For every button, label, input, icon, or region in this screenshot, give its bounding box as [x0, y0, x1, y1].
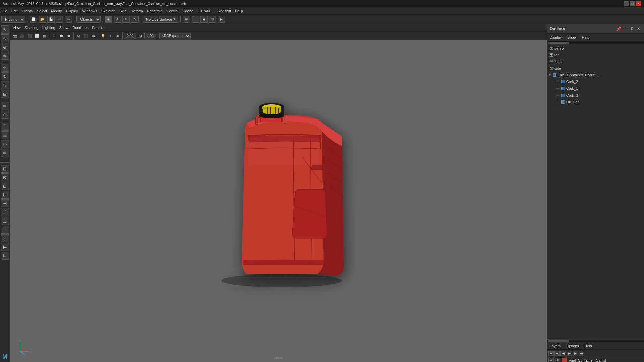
display-settings3-button[interactable]: ⊡	[1, 182, 9, 190]
viewport-canvas[interactable]: persp X Y Z	[10, 40, 547, 362]
select-mode-button[interactable]: ↖	[1, 25, 9, 34]
layers-nav-btn6[interactable]: ⏭	[579, 351, 584, 356]
layers-nav-btn4[interactable]: ▶	[567, 351, 572, 356]
sculpt-button[interactable]: ✏	[1, 102, 9, 110]
render-button[interactable]: ▶	[218, 16, 225, 23]
redo-button[interactable]: ↪	[65, 16, 72, 23]
outliner-item-cork2[interactable]: └─ Cork_2	[547, 78, 644, 85]
close-button[interactable]: ✕	[636, 1, 641, 6]
viewport-menu-view[interactable]: View	[13, 26, 21, 30]
snap-curve-button[interactable]: ⌒	[192, 16, 199, 23]
menu-file[interactable]: File	[1, 9, 7, 13]
menu-deform[interactable]: Deform	[131, 9, 143, 13]
vt-shadow[interactable]: ◑	[90, 33, 97, 39]
display-settings4-button[interactable]: ⊢	[1, 191, 9, 199]
vt-wireframe[interactable]: ⬡	[51, 33, 57, 39]
select-tool-button[interactable]: ◈	[105, 16, 112, 23]
outliner-menu-display[interactable]: Display	[550, 35, 562, 39]
save-scene-button[interactable]: 💾	[47, 16, 55, 23]
soft-mod-button[interactable]: ⊙	[1, 111, 9, 119]
vt-film[interactable]: ⬛	[26, 33, 33, 39]
vt-val2[interactable]: 1.00	[144, 33, 156, 39]
outliner-close-icon[interactable]: ✕	[636, 26, 641, 32]
maximize-button[interactable]: □	[630, 1, 635, 6]
outliner-content[interactable]: 📷 persp 📷 top 📷 front 📷 side ▼	[547, 44, 644, 339]
snap-view-button[interactable]: ⊟	[209, 16, 216, 23]
curve-cv-button[interactable]: ⌒	[1, 123, 9, 131]
paint-select-button[interactable]: ⊕	[1, 43, 9, 51]
display-settings-button[interactable]: ⊟	[1, 165, 9, 173]
display-settings6-button[interactable]: ⊤	[1, 208, 9, 216]
vt-lights[interactable]: 💡	[100, 33, 106, 39]
bezier-button[interactable]: ◌	[1, 140, 9, 148]
layer-p-button[interactable]: P	[555, 358, 560, 362]
menu-redshift[interactable]: Redshift	[218, 9, 231, 13]
menu-control[interactable]: Control	[167, 9, 178, 13]
vt-ssao[interactable]: ○	[107, 33, 114, 39]
menu-3dtoall[interactable]: 3DToAll…	[197, 9, 214, 13]
outliner-minimize-icon[interactable]: ─	[623, 26, 628, 32]
layers-nav-btn1[interactable]: ⏮	[548, 351, 554, 356]
outliner-item-side[interactable]: 📷 side	[547, 65, 644, 72]
curve-ep-button[interactable]: ⌓	[1, 131, 9, 139]
layer-color-swatch[interactable]	[562, 358, 567, 362]
vt-gate[interactable]: ⬜	[34, 33, 40, 39]
outliner-item-cork3[interactable]: └─ Cork_3	[547, 92, 644, 99]
undo-button[interactable]: ↩	[56, 16, 63, 23]
outliner-item-top[interactable]: 📷 top	[547, 52, 644, 58]
vt-val1[interactable]: 0.00	[124, 33, 136, 39]
layers-nav-btn5[interactable]: ▶	[573, 351, 578, 356]
move-button[interactable]: ✛	[1, 64, 9, 72]
display-settings8-button[interactable]: ⊦	[1, 226, 9, 234]
scale-tool-button[interactable]: ⤡	[131, 16, 139, 23]
menu-skeleton[interactable]: Skeleton	[101, 9, 115, 13]
outliner-item-persp[interactable]: 📷 persp	[547, 45, 644, 52]
menu-create[interactable]: Create	[22, 9, 33, 13]
outliner-hscroll-thumb-top[interactable]	[548, 42, 569, 44]
open-scene-button[interactable]: 📂	[39, 16, 46, 23]
outliner-hscroll-thumb-bottom[interactable]	[548, 340, 569, 342]
snap-grid-button[interactable]: ⊞	[183, 16, 190, 23]
layers-menu-help[interactable]: Help	[584, 344, 592, 348]
vt-cam2[interactable]: 🎥	[19, 33, 25, 39]
outliner-hscroll-top[interactable]	[547, 41, 644, 44]
lasso-button[interactable]: ∿	[1, 34, 9, 42]
rotate-button[interactable]: ↻	[1, 72, 9, 80]
vt-res[interactable]: ▦	[41, 33, 48, 39]
layers-nav-btn3[interactable]: ◀	[560, 351, 566, 356]
outliner-menu-show[interactable]: Show	[567, 35, 577, 39]
vt-cam1[interactable]: 📷	[11, 33, 18, 39]
viewport-menu-show[interactable]: Show	[59, 26, 69, 30]
outliner-hscroll-bottom[interactable]	[547, 339, 644, 342]
menu-constrain[interactable]: Constrain	[147, 9, 163, 13]
menu-cache[interactable]: Cache	[182, 9, 193, 13]
menu-help[interactable]: Help	[235, 9, 243, 13]
viewport-menu-shading[interactable]: Shading	[25, 26, 38, 30]
vt-flat[interactable]: ⬣	[65, 33, 72, 39]
display-settings7-button[interactable]: ⊥	[1, 217, 9, 225]
menu-display[interactable]: Display	[66, 9, 78, 13]
menu-skin[interactable]: Skin	[119, 9, 126, 13]
viewport-menu-lighting[interactable]: Lighting	[42, 26, 55, 30]
move-tool-button[interactable]: ✛	[114, 16, 121, 23]
vt-xray[interactable]: ◎	[75, 33, 82, 39]
vt-aa[interactable]: ◉	[114, 33, 121, 39]
outliner-pin-icon[interactable]: 📌	[616, 26, 621, 32]
gamma-select[interactable]: sRGB gamma	[159, 33, 191, 39]
layers-nav-btn2[interactable]: ◀	[554, 351, 560, 356]
soft-select-button[interactable]: ⊗	[1, 52, 9, 60]
scale-button[interactable]: ⤡	[1, 81, 9, 89]
outliner-item-oil-can[interactable]: └─ Oil_Can	[547, 99, 644, 105]
outliner-item-fuel-container[interactable]: ▼ Fuel_Container_Canist…	[547, 72, 644, 78]
new-scene-button[interactable]: 📄	[30, 16, 37, 23]
layers-menu-options[interactable]: Options	[566, 344, 579, 348]
menu-select[interactable]: Select	[37, 9, 47, 13]
menu-windows[interactable]: Windows	[82, 9, 97, 13]
mode-dropdown[interactable]: Rigging	[1, 16, 25, 23]
minimize-button[interactable]: ─	[624, 1, 629, 6]
objects-dropdown[interactable]: Objects	[76, 16, 101, 23]
viewport-menu-panels[interactable]: Panels	[92, 26, 103, 30]
display-settings10-button[interactable]: ⊨	[1, 243, 9, 251]
display-settings2-button[interactable]: ⊠	[1, 173, 9, 181]
vt-smooth[interactable]: ⬢	[58, 33, 65, 39]
